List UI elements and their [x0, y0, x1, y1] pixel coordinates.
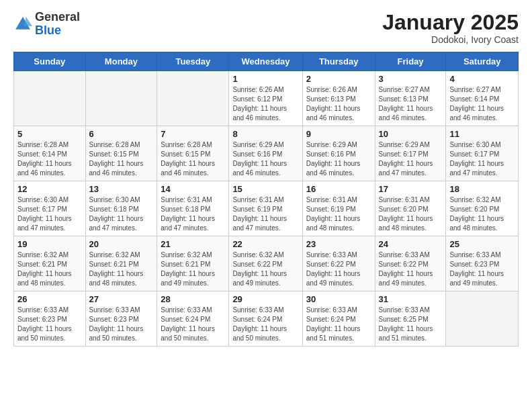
day-number: 11: [449, 129, 515, 139]
logo: General Blue: [13, 11, 80, 38]
header: General Blue January 2025 Dodokoi, Ivory…: [13, 11, 519, 45]
day-info: Sunrise: 6:33 AM Sunset: 6:22 PM Dayligh…: [379, 250, 443, 288]
calendar-cell: 19Sunrise: 6:32 AM Sunset: 6:21 PM Dayli…: [14, 236, 86, 291]
day-info: Sunrise: 6:31 AM Sunset: 6:19 PM Dayligh…: [232, 195, 298, 233]
day-number: 22: [232, 239, 298, 249]
calendar-cell: 8Sunrise: 6:29 AM Sunset: 6:16 PM Daylig…: [229, 126, 302, 181]
calendar-cell: 12Sunrise: 6:30 AM Sunset: 6:17 PM Dayli…: [14, 181, 86, 236]
day-number: 20: [89, 239, 154, 249]
calendar-day-header: Friday: [375, 52, 446, 71]
day-number: 8: [232, 129, 298, 139]
day-number: 18: [449, 184, 515, 194]
calendar-cell: 26Sunrise: 6:33 AM Sunset: 6:23 PM Dayli…: [14, 291, 86, 347]
day-number: 27: [89, 294, 154, 304]
day-number: 30: [306, 294, 371, 304]
day-info: Sunrise: 6:27 AM Sunset: 6:14 PM Dayligh…: [449, 85, 515, 123]
title-block: January 2025 Dodokoi, Ivory Coast: [382, 11, 519, 45]
svg-marker-1: [24, 17, 32, 26]
day-number: 23: [306, 239, 371, 249]
day-info: Sunrise: 6:28 AM Sunset: 6:14 PM Dayligh…: [17, 140, 82, 178]
calendar-cell: 28Sunrise: 6:33 AM Sunset: 6:24 PM Dayli…: [157, 291, 229, 347]
calendar-header-row: SundayMondayTuesdayWednesdayThursdayFrid…: [14, 52, 519, 71]
day-number: 17: [379, 184, 443, 194]
day-info: Sunrise: 6:27 AM Sunset: 6:13 PM Dayligh…: [379, 85, 443, 123]
calendar-cell: 13Sunrise: 6:30 AM Sunset: 6:18 PM Dayli…: [85, 181, 157, 236]
logo-blue-text: Blue: [35, 24, 61, 37]
day-info: Sunrise: 6:30 AM Sunset: 6:17 PM Dayligh…: [17, 195, 82, 233]
day-number: 14: [161, 184, 225, 194]
logo-icon: [13, 15, 32, 34]
calendar-cell: 30Sunrise: 6:33 AM Sunset: 6:24 PM Dayli…: [302, 291, 375, 347]
calendar-day-header: Thursday: [302, 52, 375, 71]
day-info: Sunrise: 6:33 AM Sunset: 6:22 PM Dayligh…: [306, 250, 371, 288]
calendar-week-row: 1Sunrise: 6:26 AM Sunset: 6:12 PM Daylig…: [14, 71, 519, 126]
calendar-week-row: 12Sunrise: 6:30 AM Sunset: 6:17 PM Dayli…: [14, 181, 519, 236]
day-number: 6: [89, 129, 154, 139]
day-info: Sunrise: 6:29 AM Sunset: 6:17 PM Dayligh…: [379, 140, 443, 178]
calendar-day-header: Monday: [85, 52, 157, 71]
calendar-cell: 4Sunrise: 6:27 AM Sunset: 6:14 PM Daylig…: [446, 71, 519, 126]
day-number: 9: [306, 129, 371, 139]
day-number: 1: [232, 74, 298, 84]
calendar-cell: 31Sunrise: 6:33 AM Sunset: 6:25 PM Dayli…: [375, 291, 446, 347]
day-number: 5: [17, 129, 82, 139]
calendar-cell: 23Sunrise: 6:33 AM Sunset: 6:22 PM Dayli…: [302, 236, 375, 291]
day-info: Sunrise: 6:31 AM Sunset: 6:20 PM Dayligh…: [379, 195, 443, 233]
month-title: January 2025: [382, 11, 519, 34]
calendar-cell: [157, 71, 229, 126]
day-info: Sunrise: 6:32 AM Sunset: 6:20 PM Dayligh…: [449, 195, 515, 233]
calendar-cell: 29Sunrise: 6:33 AM Sunset: 6:24 PM Dayli…: [229, 291, 302, 347]
day-number: 21: [161, 239, 225, 249]
day-info: Sunrise: 6:30 AM Sunset: 6:17 PM Dayligh…: [449, 140, 515, 178]
day-info: Sunrise: 6:33 AM Sunset: 6:24 PM Dayligh…: [161, 306, 225, 343]
calendar-cell: 22Sunrise: 6:32 AM Sunset: 6:22 PM Dayli…: [229, 236, 302, 291]
day-number: 12: [17, 184, 82, 194]
calendar-day-header: Tuesday: [157, 52, 229, 71]
calendar-cell: 5Sunrise: 6:28 AM Sunset: 6:14 PM Daylig…: [14, 126, 86, 181]
calendar-cell: [14, 71, 86, 126]
location-subtitle: Dodokoi, Ivory Coast: [382, 34, 519, 45]
logo-general-text: General: [35, 10, 80, 24]
calendar-cell: [85, 71, 157, 126]
day-info: Sunrise: 6:31 AM Sunset: 6:19 PM Dayligh…: [306, 195, 371, 233]
calendar-cell: 25Sunrise: 6:33 AM Sunset: 6:23 PM Dayli…: [446, 236, 519, 291]
day-number: 29: [232, 294, 298, 304]
calendar-week-row: 19Sunrise: 6:32 AM Sunset: 6:21 PM Dayli…: [14, 236, 519, 291]
day-info: Sunrise: 6:26 AM Sunset: 6:13 PM Dayligh…: [306, 85, 371, 123]
calendar-cell: 16Sunrise: 6:31 AM Sunset: 6:19 PM Dayli…: [302, 181, 375, 236]
day-info: Sunrise: 6:32 AM Sunset: 6:22 PM Dayligh…: [232, 250, 298, 288]
day-info: Sunrise: 6:32 AM Sunset: 6:21 PM Dayligh…: [161, 250, 225, 288]
day-info: Sunrise: 6:33 AM Sunset: 6:24 PM Dayligh…: [306, 306, 371, 343]
calendar-cell: 18Sunrise: 6:32 AM Sunset: 6:20 PM Dayli…: [446, 181, 519, 236]
day-number: 31: [379, 294, 443, 304]
day-number: 7: [161, 129, 225, 139]
day-info: Sunrise: 6:30 AM Sunset: 6:18 PM Dayligh…: [89, 195, 154, 233]
day-number: 15: [232, 184, 298, 194]
day-number: 4: [449, 74, 515, 84]
calendar-week-row: 26Sunrise: 6:33 AM Sunset: 6:23 PM Dayli…: [14, 291, 519, 347]
calendar-cell: 27Sunrise: 6:33 AM Sunset: 6:23 PM Dayli…: [85, 291, 157, 347]
calendar-cell: 21Sunrise: 6:32 AM Sunset: 6:21 PM Dayli…: [157, 236, 229, 291]
calendar-table: SundayMondayTuesdayWednesdayThursdayFrid…: [13, 52, 519, 347]
day-info: Sunrise: 6:33 AM Sunset: 6:23 PM Dayligh…: [449, 250, 515, 288]
page: General Blue January 2025 Dodokoi, Ivory…: [0, 0, 532, 411]
day-number: 24: [379, 239, 443, 249]
day-info: Sunrise: 6:32 AM Sunset: 6:21 PM Dayligh…: [17, 250, 82, 288]
calendar-day-header: Wednesday: [229, 52, 302, 71]
day-info: Sunrise: 6:33 AM Sunset: 6:25 PM Dayligh…: [379, 306, 443, 343]
calendar-cell: 6Sunrise: 6:28 AM Sunset: 6:15 PM Daylig…: [85, 126, 157, 181]
day-info: Sunrise: 6:31 AM Sunset: 6:18 PM Dayligh…: [161, 195, 225, 233]
calendar-cell: 2Sunrise: 6:26 AM Sunset: 6:13 PM Daylig…: [302, 71, 375, 126]
calendar-cell: 11Sunrise: 6:30 AM Sunset: 6:17 PM Dayli…: [446, 126, 519, 181]
day-number: 3: [379, 74, 443, 84]
day-info: Sunrise: 6:29 AM Sunset: 6:16 PM Dayligh…: [232, 140, 298, 178]
day-info: Sunrise: 6:33 AM Sunset: 6:23 PM Dayligh…: [89, 306, 154, 343]
day-info: Sunrise: 6:33 AM Sunset: 6:23 PM Dayligh…: [17, 306, 82, 343]
calendar-cell: 9Sunrise: 6:29 AM Sunset: 6:16 PM Daylig…: [302, 126, 375, 181]
calendar-cell: 14Sunrise: 6:31 AM Sunset: 6:18 PM Dayli…: [157, 181, 229, 236]
calendar-week-row: 5Sunrise: 6:28 AM Sunset: 6:14 PM Daylig…: [14, 126, 519, 181]
calendar-day-header: Saturday: [446, 52, 519, 71]
day-number: 13: [89, 184, 154, 194]
day-number: 19: [17, 239, 82, 249]
day-info: Sunrise: 6:28 AM Sunset: 6:15 PM Dayligh…: [161, 140, 225, 178]
